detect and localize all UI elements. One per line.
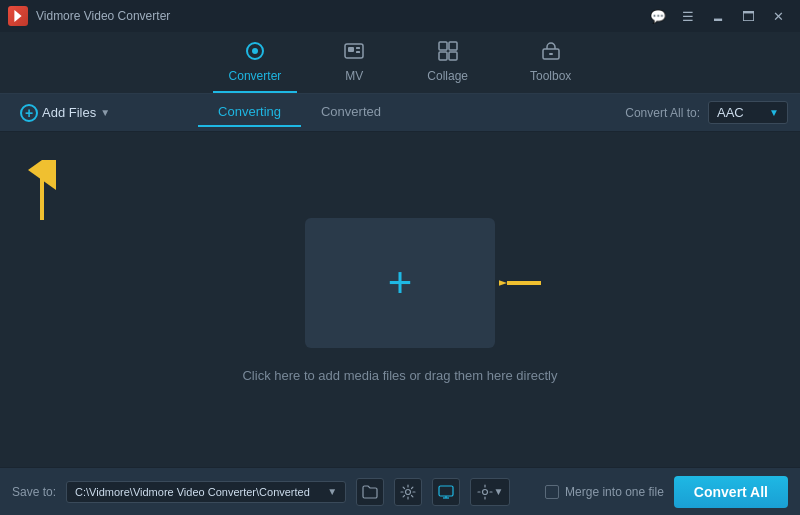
svg-rect-9 [449, 52, 457, 60]
merge-checkbox-box[interactable] [545, 485, 559, 499]
toolbox-icon [540, 40, 562, 65]
convert-all-to-section: Convert All to: AAC ▼ [625, 101, 788, 124]
nav-tabs: Converter MV Collage [0, 32, 800, 94]
tab-converter[interactable]: Converter [213, 32, 298, 93]
maximize-button[interactable]: 🗖 [734, 5, 762, 27]
format-dropdown[interactable]: AAC ▼ [708, 101, 788, 124]
add-files-button[interactable]: + Add Files ▼ [12, 100, 118, 126]
gear-settings-button[interactable]: ▼ [470, 478, 510, 506]
minimize-button[interactable]: 🗕 [704, 5, 732, 27]
tab-collage[interactable]: Collage [411, 32, 484, 93]
converter-icon [244, 40, 266, 65]
save-to-label: Save to: [12, 485, 56, 499]
app-icon-inner [12, 10, 24, 22]
drop-hint[interactable]: Click here to add media files or drag th… [242, 368, 557, 383]
add-files-label: Add Files [42, 105, 96, 120]
svg-rect-5 [356, 51, 360, 53]
drop-zone-plus-icon: + [388, 262, 413, 304]
tab-converter-label: Converter [229, 69, 282, 83]
svg-rect-3 [348, 47, 354, 52]
merge-checkbox[interactable]: Merge into one file [545, 485, 664, 499]
add-icon: + [20, 104, 38, 122]
tab-toolbox-label: Toolbox [530, 69, 571, 83]
screen-icon-button[interactable] [432, 478, 460, 506]
merge-label: Merge into one file [565, 485, 664, 499]
selected-format: AAC [717, 105, 744, 120]
folder-icon-button[interactable] [356, 478, 384, 506]
convert-all-button[interactable]: Convert All [674, 476, 788, 508]
tab-toolbox[interactable]: Toolbox [514, 32, 587, 93]
svg-rect-7 [449, 42, 457, 50]
add-files-dropdown-arrow: ▼ [100, 107, 110, 118]
main-content: + Click here to add media files or drag … [0, 132, 800, 469]
title-bar-left: Vidmore Video Converter [8, 6, 170, 26]
svg-rect-17 [439, 486, 453, 496]
yellow-left-arrow [499, 269, 543, 297]
mv-icon [343, 40, 365, 65]
app-icon [8, 6, 28, 26]
sub-tab-converting[interactable]: Converting [198, 98, 301, 127]
close-button[interactable]: ✕ [764, 5, 792, 27]
tab-mv-label: MV [345, 69, 363, 83]
collage-icon [437, 40, 459, 65]
save-path-arrow: ▼ [327, 486, 337, 497]
app-title: Vidmore Video Converter [36, 9, 170, 23]
toolbar: + Add Files ▼ Converting Converted Conve… [0, 94, 800, 132]
svg-rect-4 [356, 47, 360, 49]
svg-rect-6 [439, 42, 447, 50]
bottom-bar: Save to: C:\Vidmore\Vidmore Video Conver… [0, 467, 800, 515]
settings-icon-button[interactable] [394, 478, 422, 506]
menu-button[interactable]: ☰ [674, 5, 702, 27]
title-bar-controls: 💬 ☰ 🗕 🗖 ✕ [644, 5, 792, 27]
yellow-up-arrow [22, 160, 62, 225]
format-dropdown-arrow: ▼ [769, 107, 779, 118]
sub-tab-converted[interactable]: Converted [301, 98, 401, 127]
tab-mv[interactable]: MV [327, 32, 381, 93]
sub-tab-group: Converting Converted [198, 98, 401, 127]
tab-collage-label: Collage [427, 69, 468, 83]
save-path-text: C:\Vidmore\Vidmore Video Converter\Conve… [75, 486, 310, 498]
chat-button[interactable]: 💬 [644, 5, 672, 27]
svg-rect-8 [439, 52, 447, 60]
svg-point-1 [252, 48, 258, 54]
title-bar: Vidmore Video Converter 💬 ☰ 🗕 🗖 ✕ [0, 0, 800, 32]
svg-point-16 [406, 489, 411, 494]
save-path-dropdown[interactable]: C:\Vidmore\Vidmore Video Converter\Conve… [66, 481, 346, 503]
svg-point-20 [482, 489, 487, 494]
convert-all-to-label: Convert All to: [625, 106, 700, 120]
svg-rect-11 [549, 53, 553, 55]
drop-zone[interactable]: + [305, 218, 495, 348]
